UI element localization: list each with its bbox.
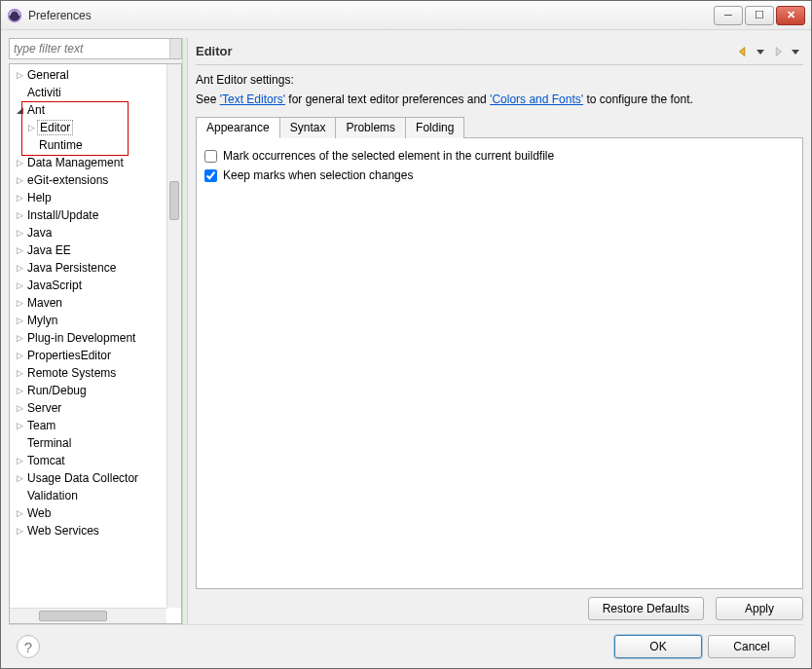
tree-item[interactable]: ▷Remote Systems <box>10 364 166 382</box>
tree-item[interactable]: ▷Data Management <box>10 154 166 171</box>
tree-item[interactable]: ▷Maven <box>10 294 166 312</box>
expand-icon[interactable]: ▷ <box>14 158 25 167</box>
ok-button[interactable]: OK <box>614 635 702 658</box>
expand-icon[interactable]: ▷ <box>14 508 25 518</box>
expand-icon[interactable]: ▷ <box>14 368 25 378</box>
tree-item[interactable]: ▷Web <box>10 504 166 522</box>
tree-item[interactable]: ◢Ant <box>10 101 166 119</box>
tree-item[interactable]: ▷eGit-extensions <box>10 171 166 189</box>
close-button[interactable]: ✕ <box>776 6 805 25</box>
desc-prefix: See <box>196 93 220 106</box>
tree-scrollbar-vertical[interactable] <box>166 64 181 608</box>
expand-icon[interactable]: ▷ <box>14 210 25 220</box>
tree-item[interactable]: ▷Mylyn <box>10 312 166 329</box>
tab-syntax[interactable]: Syntax <box>279 117 337 138</box>
checkbox-label: Keep marks when selection changes <box>223 168 413 182</box>
tree-item[interactable]: ▷Usage Data Collector <box>10 469 166 487</box>
nav-forward-menu-icon[interactable] <box>788 44 803 59</box>
expand-icon[interactable]: ▷ <box>14 228 25 238</box>
tree-item-label: Ant <box>25 103 47 117</box>
restore-defaults-button[interactable]: Restore Defaults <box>588 597 704 620</box>
tree-item[interactable]: Terminal <box>10 434 166 452</box>
tree-item-label: PropertiesEditor <box>25 349 113 362</box>
cancel-button[interactable]: Cancel <box>708 635 795 658</box>
help-icon[interactable]: ? <box>17 635 40 658</box>
tree-item[interactable]: ▷Install/Update <box>10 206 166 224</box>
tree-item[interactable]: Activiti <box>10 84 166 101</box>
tree-item[interactable]: Validation <box>10 487 166 504</box>
preferences-tree[interactable]: ▷GeneralActiviti◢Ant▷EditorRuntime▷Data … <box>10 64 166 608</box>
expand-icon[interactable]: ▷ <box>14 70 25 80</box>
checkbox-label: Mark occurrences of the selected element… <box>223 149 554 163</box>
expand-icon[interactable]: ▷ <box>14 298 25 308</box>
text-editors-link[interactable]: 'Text Editors' <box>220 93 285 106</box>
expand-icon[interactable]: ▷ <box>14 526 25 536</box>
expand-icon[interactable]: ▷ <box>14 473 25 483</box>
checkbox[interactable] <box>204 169 217 182</box>
expand-icon[interactable]: ▷ <box>14 386 25 395</box>
tree-item[interactable]: ▷Java EE <box>10 242 166 259</box>
tree-item[interactable]: ▷JavaScript <box>10 277 166 294</box>
tab-folding[interactable]: Folding <box>405 117 464 138</box>
panel-buttons: Restore Defaults Apply <box>196 589 803 624</box>
tab-bar: AppearanceSyntaxProblemsFolding <box>196 116 803 138</box>
expand-icon[interactable]: ▷ <box>14 280 25 290</box>
expand-icon[interactable]: ▷ <box>14 421 25 430</box>
tab-appearance[interactable]: Appearance <box>196 117 280 138</box>
expand-icon[interactable]: ▷ <box>14 456 25 465</box>
expand-icon[interactable]: ▷ <box>14 316 25 325</box>
tree-item[interactable]: ▷PropertiesEditor <box>10 347 166 364</box>
expand-icon[interactable]: ▷ <box>14 175 25 185</box>
colors-fonts-link[interactable]: 'Colors and Fonts' <box>490 93 583 106</box>
nav-forward-icon[interactable] <box>770 44 786 59</box>
tree-item[interactable]: ▷Java <box>10 224 166 242</box>
tree-item[interactable]: ▷Web Services <box>10 522 166 539</box>
tree-item-label: Mylyn <box>25 314 59 327</box>
expand-icon[interactable]: ▷ <box>14 193 25 203</box>
tree-item-label: Java Persistence <box>25 261 118 275</box>
window-controls: ─ ☐ ✕ <box>714 6 805 25</box>
tree-scrollbar-horizontal[interactable] <box>10 608 166 623</box>
tree-item-label: Tomcat <box>25 454 67 467</box>
tree-item-label: Maven <box>25 296 64 310</box>
tree-item[interactable]: ▷Server <box>10 399 166 417</box>
tab-problems[interactable]: Problems <box>335 117 406 138</box>
nav-back-icon[interactable] <box>735 44 751 59</box>
expand-icon[interactable]: ▷ <box>25 123 37 132</box>
expand-icon[interactable]: ▷ <box>14 351 25 360</box>
tree-item-label: Validation <box>25 489 80 502</box>
checkbox[interactable] <box>204 150 217 163</box>
expand-icon[interactable]: ▷ <box>14 263 25 273</box>
app-icon <box>7 8 22 23</box>
tree-item-label: Web <box>25 506 53 520</box>
maximize-button[interactable]: ☐ <box>745 6 774 25</box>
tree-item-label: Data Management <box>25 156 126 169</box>
tree-item[interactable]: Runtime <box>10 136 166 154</box>
tree-item-label: Usage Data Collector <box>25 471 140 485</box>
tree-item[interactable]: ▷Run/Debug <box>10 382 166 399</box>
tree-item-label: Plug-in Development <box>25 331 137 345</box>
minimize-button[interactable]: ─ <box>714 6 743 25</box>
tree-item-label: Team <box>25 419 57 432</box>
expand-icon[interactable]: ▷ <box>14 245 25 255</box>
desc-suffix: to configure the font. <box>583 93 693 106</box>
expand-icon[interactable]: ▷ <box>14 333 25 343</box>
tree-item-label: Runtime <box>37 138 85 152</box>
collapse-icon[interactable]: ◢ <box>14 105 25 115</box>
filter-input[interactable] <box>10 39 167 58</box>
tree-item-label: Java <box>25 226 54 240</box>
content-header: Editor <box>196 38 803 65</box>
tree-item[interactable]: ▷General <box>10 66 166 84</box>
preferences-window: Preferences ─ ☐ ✕ ▷GeneralActiviti◢Ant▷E… <box>0 0 812 669</box>
tree-item[interactable]: ▷Java Persistence <box>10 259 166 277</box>
tree-item-label: eGit-extensions <box>25 173 110 187</box>
tree-item[interactable]: ▷Tomcat <box>10 452 166 469</box>
tree-item[interactable]: ▷Help <box>10 189 166 206</box>
tree-item[interactable]: ▷Plug-in Development <box>10 329 166 347</box>
nav-back-menu-icon[interactable] <box>753 44 768 59</box>
expand-icon[interactable]: ▷ <box>14 403 25 413</box>
tree-item[interactable]: ▷Team <box>10 417 166 434</box>
tree-item[interactable]: ▷Editor <box>10 119 166 136</box>
filter-clear-icon[interactable] <box>169 39 181 58</box>
apply-button[interactable]: Apply <box>716 597 803 620</box>
